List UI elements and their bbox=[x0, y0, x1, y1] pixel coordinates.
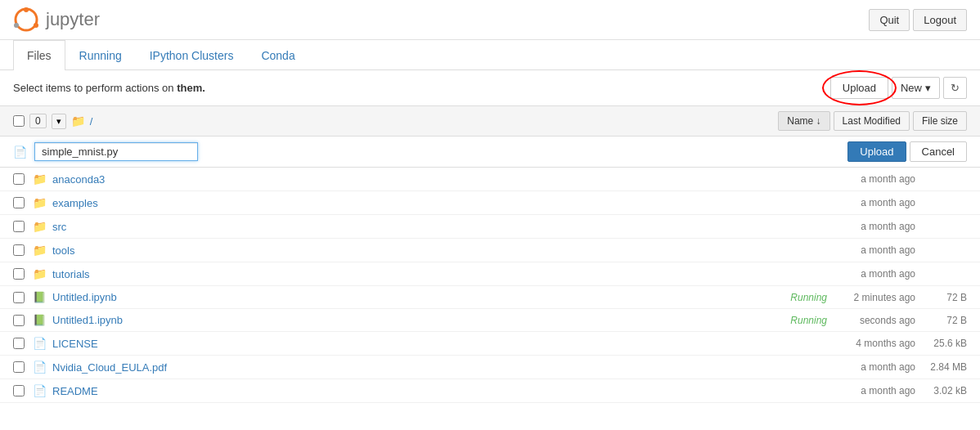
tab-files[interactable]: Files bbox=[13, 40, 65, 70]
file-meta: 4 months ago 25.6 kB bbox=[803, 338, 967, 349]
logo: jupyter bbox=[13, 7, 100, 33]
file-date: a month ago bbox=[834, 173, 915, 185]
jupyter-logo-icon bbox=[13, 7, 39, 33]
file-meta: a month ago 3.02 kB bbox=[803, 385, 967, 396]
file-date: a month ago bbox=[834, 361, 915, 373]
file-meta: Running 2 minutes ago 72 B bbox=[790, 292, 967, 303]
file-size: 72 B bbox=[922, 292, 967, 303]
actions-dropdown-button[interactable]: ▾ bbox=[52, 114, 66, 129]
row-checkbox[interactable] bbox=[13, 315, 25, 326]
upload-circle: Upload bbox=[830, 77, 888, 99]
table-row: 📗 Untitled1.ipynb Running seconds ago 72… bbox=[0, 309, 980, 332]
file-name[interactable]: anaconda3 bbox=[52, 173, 803, 186]
new-button[interactable]: New ▾ bbox=[892, 77, 940, 99]
file-date: 4 months ago bbox=[834, 338, 915, 349]
file-date: a month ago bbox=[834, 268, 915, 280]
upload-cancel-button[interactable]: Cancel bbox=[910, 141, 967, 162]
new-label: New bbox=[901, 82, 922, 94]
file-name[interactable]: README bbox=[52, 385, 803, 397]
folder-icon: 📁 bbox=[33, 267, 47, 280]
selected-count-badge: 0 bbox=[29, 114, 47, 128]
table-row: 📁 src a month ago bbox=[0, 215, 980, 239]
file-meta: a month ago bbox=[803, 244, 967, 256]
table-row: 📄 Nvidia_Cloud_EULA.pdf a month ago 2.84… bbox=[0, 356, 980, 379]
folder-icon: 📁 bbox=[33, 244, 47, 257]
file-name[interactable]: Nvidia_Cloud_EULA.pdf bbox=[52, 361, 803, 374]
notebook-icon: 📗 bbox=[33, 314, 47, 326]
file-meta: Running seconds ago 72 B bbox=[790, 315, 967, 326]
svg-point-1 bbox=[24, 7, 29, 12]
table-row: 📁 examples a month ago bbox=[0, 191, 980, 215]
row-checkbox[interactable] bbox=[13, 292, 25, 303]
file-list-header-left: 0 ▾ 📁 / bbox=[13, 114, 778, 129]
file-date: 2 minutes ago bbox=[834, 292, 915, 303]
file-list-header: 0 ▾ 📁 / Name ↓ Last Modified File size bbox=[0, 105, 980, 137]
file-name[interactable]: tools bbox=[52, 244, 803, 257]
sort-file-size-button[interactable]: File size bbox=[913, 111, 967, 131]
file-rows: 📁 anaconda3 a month ago 📁 examples a mon… bbox=[0, 168, 980, 403]
row-checkbox[interactable] bbox=[13, 385, 25, 396]
file-icon: 📄 bbox=[33, 337, 47, 350]
row-checkbox[interactable] bbox=[13, 173, 25, 185]
row-checkbox[interactable] bbox=[13, 197, 25, 208]
breadcrumb[interactable]: / bbox=[90, 115, 93, 128]
logo-text: jupyter bbox=[46, 9, 100, 30]
header: jupyter Quit Logout bbox=[0, 0, 980, 40]
file-name[interactable]: src bbox=[52, 221, 803, 233]
check-all-checkbox[interactable] bbox=[13, 115, 25, 127]
table-row: 📁 tools a month ago bbox=[0, 239, 980, 262]
refresh-button[interactable]: ↻ bbox=[943, 77, 967, 99]
running-badge: Running bbox=[790, 315, 827, 326]
file-name[interactable]: Untitled.ipynb bbox=[52, 291, 790, 303]
file-name[interactable]: Untitled1.ipynb bbox=[52, 314, 790, 326]
file-name[interactable]: LICENSE bbox=[52, 338, 803, 350]
toolbar: Select items to perform actions on them.… bbox=[0, 70, 980, 105]
file-date: a month ago bbox=[834, 197, 915, 208]
tab-conda[interactable]: Conda bbox=[247, 40, 308, 70]
file-date: seconds ago bbox=[834, 315, 915, 326]
table-row: 📁 anaconda3 a month ago bbox=[0, 168, 980, 191]
select-text-bold: them. bbox=[177, 82, 205, 94]
upload-button[interactable]: Upload bbox=[830, 77, 888, 99]
sort-last-modified-button[interactable]: Last Modified bbox=[834, 111, 910, 131]
upload-confirm-button[interactable]: Upload bbox=[847, 141, 906, 162]
row-checkbox[interactable] bbox=[13, 221, 25, 232]
table-row: 📄 README a month ago 3.02 kB bbox=[0, 379, 980, 403]
folder-icon: 📁 bbox=[33, 172, 47, 186]
file-name[interactable]: tutorials bbox=[52, 268, 803, 280]
file-date: a month ago bbox=[834, 385, 915, 396]
logout-button[interactable]: Logout bbox=[913, 9, 967, 31]
file-size: 72 B bbox=[922, 315, 967, 326]
file-list-header-right: Name ↓ Last Modified File size bbox=[778, 111, 967, 131]
quit-button[interactable]: Quit bbox=[869, 9, 910, 31]
file-date: a month ago bbox=[834, 244, 915, 256]
action-buttons: Upload New ▾ ↻ bbox=[830, 77, 967, 99]
new-dropdown-icon: ▾ bbox=[925, 82, 931, 94]
upload-row: 📄 Upload Cancel bbox=[0, 137, 980, 168]
folder-icon: 📁 bbox=[71, 114, 85, 128]
file-meta: a month ago bbox=[803, 268, 967, 280]
folder-icon: 📁 bbox=[33, 196, 47, 209]
tab-running[interactable]: Running bbox=[65, 40, 136, 70]
tab-ipython-clusters[interactable]: IPython Clusters bbox=[136, 40, 248, 70]
row-checkbox[interactable] bbox=[13, 361, 25, 373]
file-size: 2.84 MB bbox=[922, 361, 967, 373]
sort-name-button[interactable]: Name ↓ bbox=[778, 111, 829, 131]
folder-icon: 📁 bbox=[33, 220, 47, 233]
table-row: 📄 LICENSE 4 months ago 25.6 kB bbox=[0, 332, 980, 356]
row-checkbox[interactable] bbox=[13, 268, 25, 280]
file-size: 3.02 kB bbox=[922, 385, 967, 396]
file-name[interactable]: examples bbox=[52, 197, 803, 209]
svg-point-2 bbox=[34, 23, 38, 28]
select-info: Select items to perform actions on them. bbox=[13, 82, 205, 94]
upload-filename-input[interactable] bbox=[34, 142, 198, 161]
select-text: Select items to perform actions on bbox=[13, 82, 174, 94]
row-checkbox[interactable] bbox=[13, 338, 25, 349]
file-meta: a month ago bbox=[803, 173, 967, 185]
file-meta: a month ago bbox=[803, 197, 967, 208]
file-icon: 📄 bbox=[33, 361, 47, 374]
row-checkbox[interactable] bbox=[13, 244, 25, 256]
header-buttons: Quit Logout bbox=[869, 9, 967, 31]
file-meta: a month ago 2.84 MB bbox=[803, 361, 967, 373]
nav-tabs: Files Running IPython Clusters Conda bbox=[0, 40, 980, 70]
